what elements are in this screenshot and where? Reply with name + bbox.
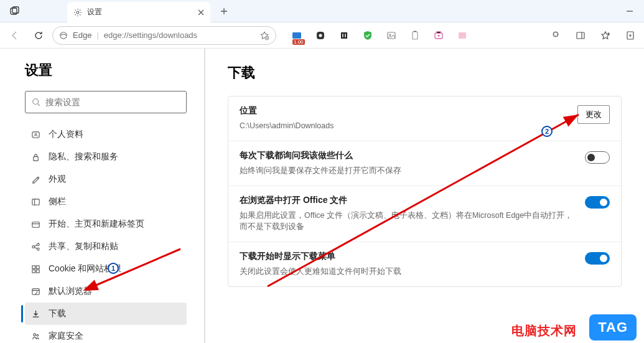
toggle-ask[interactable]: [585, 151, 610, 164]
tab-settings[interactable]: 设置: [67, 2, 210, 23]
svg-rect-26: [36, 265, 39, 268]
collections-icon: [625, 31, 635, 40]
close-tab-button[interactable]: [198, 9, 204, 16]
ext-icon-6[interactable]: [409, 30, 421, 41]
tab-overview-button[interactable]: [0, 6, 30, 16]
extension-icons: 1.00: [291, 30, 468, 41]
cookies-icon: [30, 265, 41, 274]
refresh-button[interactable]: [29, 26, 49, 45]
sidebar-icon: [30, 197, 41, 207]
close-icon: [198, 9, 204, 16]
favorite-button[interactable]: [259, 31, 269, 40]
svg-point-16: [33, 99, 39, 105]
settings-sidebar: 设置 个人资料 隐私、搜索和服务 外观 侧栏 开始、主页和新建标签页 共享、复制…: [0, 49, 205, 343]
settings-card: 位置 C:\Users\admin\Downloads 更改 每次下载都询问我该…: [228, 96, 622, 287]
menu-title: 下载开始时显示下载菜单: [240, 251, 575, 262]
search-settings[interactable]: [25, 91, 187, 113]
plus-icon: [220, 7, 228, 15]
url-brand: Edge: [73, 31, 91, 40]
refresh-icon: [34, 31, 44, 40]
svg-rect-14: [577, 32, 584, 39]
svg-point-10: [390, 34, 391, 35]
extensions-button[interactable]: [547, 27, 564, 44]
svg-rect-20: [32, 199, 39, 204]
family-icon: [30, 332, 41, 341]
sidebar-item-privacy[interactable]: 隐私、搜索和服务: [25, 146, 187, 168]
sidebar-item-start[interactable]: 开始、主页和新建标签页: [25, 213, 187, 235]
ext-icon-8[interactable]: [457, 30, 468, 41]
row-location: 位置 C:\Users\admin\Downloads 更改: [228, 96, 621, 141]
ext-icon-1[interactable]: 1.00: [291, 30, 302, 41]
row-ask: 每次下载都询问我该做些什么 始终询问我是要保存文件还是打开它而不保存: [228, 141, 621, 186]
minimize-button[interactable]: [615, 0, 644, 22]
svg-rect-28: [36, 270, 39, 273]
edge-icon: [59, 31, 68, 40]
favorites-button[interactable]: [597, 27, 614, 44]
sidebar-item-label: 共享、复制和粘贴: [49, 241, 118, 252]
watermark-tag: TAG: [589, 314, 637, 341]
toggle-menu[interactable]: [585, 252, 610, 265]
sidebar-item-cookies[interactable]: Cookie 和网站权限: [25, 258, 187, 280]
search-icon: [32, 98, 40, 106]
tab-icon: [30, 220, 41, 229]
sidebar-item-label: 侧栏: [49, 196, 66, 207]
address-bar: Edge | edge://settings/downloads 1.00: [0, 22, 644, 49]
sidebar-item-share[interactable]: 共享、复制和粘贴: [25, 235, 187, 258]
split-button[interactable]: [572, 27, 589, 44]
ext-icon-2[interactable]: [315, 30, 326, 41]
sidebar-item-label: 下载: [49, 308, 66, 319]
sidebar-item-downloads[interactable]: 下载: [25, 303, 187, 325]
window-titlebar: 设置: [0, 0, 644, 22]
office-title: 在浏览器中打开 Office 文件: [240, 195, 575, 206]
sidebar-item-profile[interactable]: 个人资料: [25, 123, 187, 146]
annotation-badge-2: 2: [541, 126, 553, 137]
star-outline-icon: [600, 31, 610, 40]
svg-point-23: [37, 243, 39, 245]
page-heading: 下载: [228, 63, 622, 82]
svg-point-31: [36, 334, 38, 336]
search-input[interactable]: [45, 97, 180, 107]
location-title: 位置: [240, 105, 567, 116]
puzzle-icon: [551, 31, 561, 40]
url-path: edge://settings/downloads: [104, 31, 197, 40]
sidebar-item-label: 隐私、搜索和服务: [49, 151, 118, 162]
sidebar-item-label: 外观: [49, 174, 66, 185]
sidebar-item-label: 个人资料: [49, 129, 83, 140]
ext-icon-3[interactable]: [338, 30, 350, 41]
row-office: 在浏览器中打开 Office 文件 如果启用此设置，Office 文件（演示文稿…: [228, 186, 621, 243]
svg-point-30: [33, 333, 35, 336]
back-button[interactable]: [5, 26, 25, 45]
sidebar-item-label: 家庭安全: [49, 331, 83, 342]
svg-point-24: [37, 248, 39, 250]
ext-icon-7[interactable]: [433, 30, 444, 41]
svg-point-3: [60, 32, 67, 39]
row-menu: 下载开始时显示下载菜单 关闭此设置会使人更难知道文件何时开始下载: [228, 242, 621, 286]
svg-rect-19: [33, 156, 38, 161]
sidebar-item-default-browser[interactable]: 默认浏览器: [25, 280, 187, 303]
ext-icon-4[interactable]: [362, 30, 373, 41]
settings-main: 下载 位置 C:\Users\admin\Downloads 更改 每次下载都询…: [205, 49, 644, 343]
tabs-icon: [10, 6, 20, 16]
svg-point-22: [32, 245, 34, 248]
url-input[interactable]: Edge | edge://settings/downloads: [52, 26, 276, 45]
sidebar-item-family[interactable]: 家庭安全: [25, 325, 187, 343]
share-icon: [30, 242, 41, 251]
ext-icon-5[interactable]: [386, 30, 397, 41]
sidebar-item-sidebar[interactable]: 侧栏: [25, 190, 187, 213]
new-tab-button[interactable]: [214, 1, 234, 21]
svg-rect-25: [32, 265, 35, 268]
ask-desc: 始终询问我是要保存文件还是打开它而不保存: [240, 165, 575, 177]
lock-icon: [30, 153, 41, 162]
svg-point-2: [77, 11, 79, 14]
toggle-office[interactable]: [585, 196, 610, 209]
ask-title: 每次下载都询问我该做些什么: [240, 150, 575, 161]
svg-rect-8: [341, 32, 347, 39]
collections-button[interactable]: [622, 27, 639, 44]
profile-icon: [30, 130, 41, 139]
sidebar-title: 设置: [25, 61, 187, 80]
office-desc: 如果启用此设置，Office 文件（演示文稿、电子表格、文档）将在Microso…: [240, 210, 575, 233]
svg-rect-5: [292, 32, 301, 39]
change-location-button[interactable]: 更改: [577, 105, 610, 124]
sidebar-item-appearance[interactable]: 外观: [25, 168, 187, 190]
window-controls: [615, 0, 644, 22]
